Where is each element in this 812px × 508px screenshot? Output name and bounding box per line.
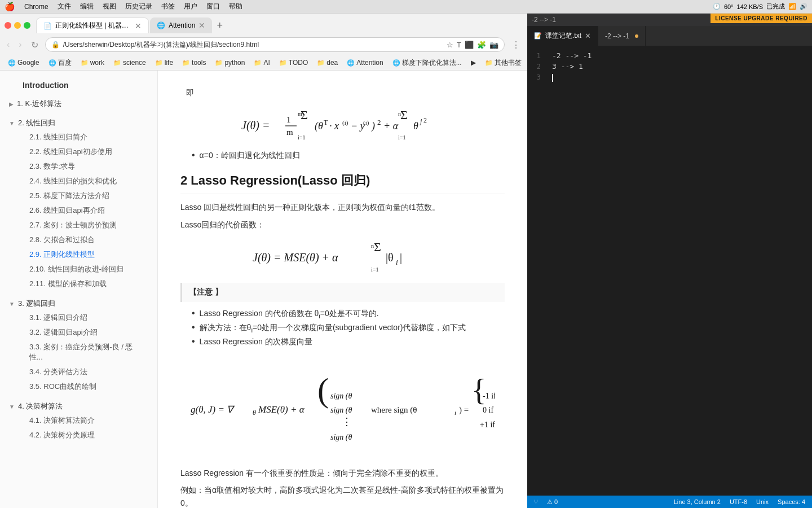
sidebar-item-2-5[interactable]: 2.5. 梯度下降法方法介绍 (9, 189, 148, 203)
url-box[interactable]: 🔒 /Users/sherwin/Desktop/机器学习(算法篇)/线性回归/… (45, 37, 505, 52)
bookmark-label: dea (326, 59, 338, 67)
code-line-3 (552, 72, 807, 82)
section-2-title: 2 Lasso Regression(Lasso 回归) (180, 172, 505, 194)
svg-text:) =: ) = (459, 405, 469, 415)
ridge-formula-svg: J(θ) = 1 m Σ m i=1 (θ T · x (i) − y (i) … (236, 108, 450, 142)
bookmark-label: 梯度下降优化算法... (402, 58, 462, 68)
sidebar-item-2-6[interactable]: 2.6. 线性回归api再介绍 (9, 203, 148, 218)
menu-bookmarks[interactable]: 书签 (161, 2, 175, 11)
menu-chrome[interactable]: Chrome (24, 3, 48, 11)
sidebar-item-3-3[interactable]: 3.3. 案例：癌症分类预测-良 / 恶性... (9, 340, 148, 365)
sidebar-item-3-2[interactable]: 3.2. 逻辑回归api介绍 (9, 325, 148, 340)
sidebar-item-2-8[interactable]: 2.8. 欠拟合和过拟合 (9, 233, 148, 247)
maximize-button[interactable] (24, 22, 30, 29)
line-ending[interactable]: Unix (756, 498, 769, 505)
bookmark-science[interactable]: 📁 science (110, 58, 149, 68)
bookmark-ai[interactable]: 📁 AI (250, 58, 273, 68)
sidebar-item-2-11[interactable]: 2.11. 模型的保存和加载 (9, 277, 148, 291)
forward-button[interactable]: › (16, 38, 24, 51)
bookmark-label: AI (263, 59, 270, 67)
svg-text:+ α: + α (383, 120, 399, 132)
svg-text:J(θ) = MSE(θ) + α: J(θ) = MSE(θ) + α (253, 251, 338, 264)
sidebar-item-3-1[interactable]: 3.1. 逻辑回归介绍 (9, 310, 148, 325)
apple-menu[interactable]: 🍎 (5, 2, 15, 12)
license-badge: LICENSE UPGRADE REQUIRED (710, 14, 812, 23)
tab-favicon: 📄 (43, 22, 52, 30)
sidebar-item-3-4[interactable]: 3.4. 分类评估方法 (9, 365, 148, 379)
menu-window[interactable]: 窗口 (206, 2, 220, 11)
back-button[interactable]: ‹ (5, 38, 12, 51)
sidebar-item-4-2[interactable]: 4.2. 决策树分类原理 (9, 428, 148, 443)
bookmark-life[interactable]: 📁 life (152, 58, 176, 68)
encoding[interactable]: UTF-8 (730, 498, 747, 505)
folder-icon: 📁 (155, 59, 163, 67)
tab2-close[interactable]: ✕ (198, 21, 205, 29)
menu-help[interactable]: 帮助 (229, 2, 242, 11)
bookmark-label: 百度 (58, 58, 72, 68)
sidebar-item-2-10[interactable]: 2.10. 线性回归的改进-岭回归 (9, 262, 148, 277)
bookmark-tools[interactable]: 📁 tools (179, 58, 209, 68)
tab-close-active[interactable]: ✕ (135, 22, 142, 30)
bookmark-work[interactable]: 📁 work (77, 58, 108, 68)
minimize-button[interactable] (14, 22, 21, 29)
bullet-dot-icon: • (192, 336, 195, 347)
cast-icon[interactable]: ⬛ (465, 41, 474, 49)
bookmark-baidu[interactable]: 🌐 百度 (45, 57, 75, 69)
menu-user[interactable]: 用户 (184, 2, 197, 11)
svg-text:0  if  θ: 0 if θ (483, 406, 495, 414)
bookmark-attention[interactable]: 🌐 Attention (343, 58, 386, 68)
lock-icon: 🔒 (51, 41, 60, 49)
volume-icon: 🔊 (800, 3, 807, 10)
formula-prefix: 即 (186, 86, 505, 99)
code-area[interactable]: -2 --> -1 3 --> 1 (548, 50, 812, 491)
editor-tab-arrows[interactable]: -2 --> -1 (598, 26, 646, 46)
editor-tab-close[interactable]: ✕ (585, 32, 591, 40)
sidebar-item-2-7[interactable]: 2.7. 案例：波士顿房价预测 (9, 218, 148, 233)
camera-icon[interactable]: 📷 (489, 41, 498, 49)
browser-content: Introduction ▶ 1. K-近邻算法 ▼ 2. 线性回归 2.1. … (0, 71, 527, 508)
code-line-2: 3 --> 1 (552, 61, 807, 72)
main-content: 即 J(θ) = 1 m Σ m i=1 (θ T · x (i) − y (i… (158, 71, 527, 508)
bookmark-dea[interactable]: 📁 dea (314, 58, 341, 68)
bookmark-google[interactable]: 🌐 Google (5, 58, 43, 68)
menu-view[interactable]: 视图 (103, 2, 116, 11)
chapter-1-header[interactable]: ▶ 1. K-近邻算法 (9, 97, 148, 111)
sidebar-item-2-4[interactable]: 2.4. 线性回归的损失和优化 (9, 174, 148, 189)
spaces[interactable]: Spaces: 4 (778, 498, 805, 505)
sidebar-item-2-9[interactable]: 2.9. 正则化线性模型 (9, 247, 148, 262)
sidebar-item-4-1[interactable]: 4.1. 决策树算法简介 (9, 413, 148, 428)
sidebar-item-3-5[interactable]: 3.5. ROC曲线的绘制 (9, 379, 148, 394)
sidebar-item-2-3[interactable]: 2.3. 数学:求导 (9, 159, 148, 174)
code-line-1: -2 --> -1 (552, 50, 807, 61)
menu-history[interactable]: 历史记录 (125, 2, 152, 11)
sidebar-item-2-2[interactable]: 2.2. 线性回归api初步使用 (9, 144, 148, 159)
svg-text:sign (θ: sign (θ (330, 406, 352, 415)
tab-active[interactable]: 📄 正则化线性模型 | 机器学习算法... ✕ (36, 17, 149, 33)
menu-dots[interactable]: ⋮ (509, 38, 523, 51)
svg-text:sign (θ: sign (θ (330, 433, 352, 442)
cursor-position[interactable]: Line 3, Column 2 (674, 498, 721, 505)
editor-content[interactable]: 1 2 3 -2 --> -1 3 --> 1 (527, 46, 812, 496)
menu-file[interactable]: 文件 (58, 2, 71, 11)
new-tab-button[interactable]: + (213, 20, 226, 32)
bookmark-gradient[interactable]: 🌐 梯度下降优化算法... (389, 57, 465, 69)
chapter-4-header[interactable]: ▼ 4. 决策树算法 (9, 400, 148, 413)
bookmark-more[interactable]: ▶ (467, 58, 479, 68)
reload-button[interactable]: ↻ (29, 38, 41, 51)
bookmark-icon[interactable]: ☆ (447, 41, 453, 49)
editor-tab-notes[interactable]: 📝 课堂记笔.txt ✕ (527, 26, 598, 46)
tab-inactive[interactable]: 🌐 Attention ✕ (150, 17, 212, 33)
translate-icon[interactable]: T (457, 41, 461, 49)
chapter-3-header[interactable]: ▼ 3. 逻辑回归 (9, 297, 148, 310)
extensions-icon[interactable]: 🧩 (477, 41, 486, 49)
sidebar-item-2-1[interactable]: 2.1. 线性回归简介 (9, 130, 148, 144)
bookmark-python[interactable]: 📁 python (211, 58, 248, 68)
menu-edit[interactable]: 编辑 (80, 2, 94, 11)
svg-text:(: ( (317, 371, 329, 409)
bookmark-todo[interactable]: 📁 TODO (276, 58, 311, 68)
chapter-2-header[interactable]: ▼ 2. 线性回归 (9, 116, 148, 130)
example-text: 例如：当α取值相对较大时，高阶多项式退化为二次甚至是线性-高阶多项式特征的权重被… (180, 484, 505, 508)
close-button[interactable] (5, 22, 11, 29)
bookmark-other[interactable]: 📁 其他书签 (482, 57, 525, 69)
svg-text:(i): (i) (342, 119, 348, 126)
